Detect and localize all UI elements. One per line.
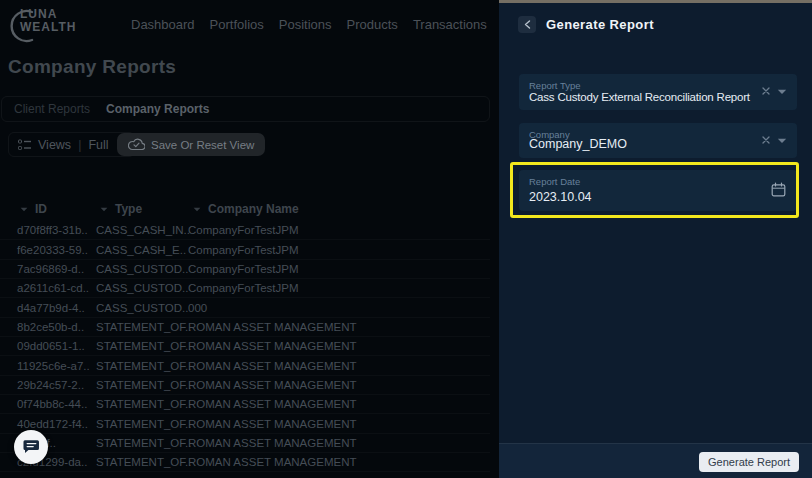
cell-id: 09dd0651-1.. [17, 340, 85, 352]
save-or-reset-view-button[interactable]: Save Or Reset View [117, 133, 265, 156]
sort-caret-down-icon [100, 207, 108, 212]
cell-id: 11925c6e-a7.. [17, 360, 90, 372]
cell-type: STATEMENT_OF.. [96, 456, 191, 468]
table-row[interactable]: d4a77b9d-4.. CASS_CUSTOD.. 000 [0, 298, 490, 317]
cell-company-name: CompanyForTestJPM [188, 263, 299, 275]
views-label: Views [38, 138, 71, 152]
cell-type: CASS_CUSTOD.. [96, 263, 188, 275]
column-header-label: Type [115, 202, 142, 216]
cell-type: STATEMENT_OF.. [96, 321, 191, 333]
cell-type: CASS_CUSTOD.. [96, 282, 188, 294]
cell-id: 7ac96869-d.. [17, 263, 84, 275]
chat-launcher-button[interactable] [14, 430, 48, 464]
cell-company-name: ROMAN ASSET MANAGEMENT [188, 437, 356, 449]
chat-bubble-icon [23, 439, 40, 455]
generate-report-button[interactable]: Generate Report [699, 452, 799, 472]
company-select[interactable]: Company Company_DEMO [519, 123, 797, 158]
clear-x-icon[interactable] [762, 136, 770, 144]
nav-link[interactable]: Products [347, 17, 398, 32]
page-title: Company Reports [8, 56, 176, 78]
reports-tabs: Client Reports Company Reports [1, 96, 490, 122]
nav-link[interactable]: Transactions [413, 17, 487, 32]
column-header[interactable]: Company Name [193, 202, 299, 216]
column-header[interactable]: ID [20, 202, 47, 216]
report-type-label: Report Type [529, 80, 581, 91]
column-header[interactable]: Type [100, 202, 142, 216]
nav-link[interactable]: Dashboard [131, 17, 195, 32]
table-row[interactable]: a2611c61-cd.. CASS_CUSTOD.. CompanyForTe… [0, 279, 490, 298]
table-header: ID Type Company Name [0, 200, 490, 220]
save-or-reset-view-label: Save Or Reset View [151, 139, 254, 151]
cell-type: CASS_CUSTOD.. [96, 302, 188, 314]
table-row[interactable]: d70f8ff3-31b.. CASS_CASH_IN.. CompanyFor… [0, 221, 490, 240]
drawer-top-accent [499, 0, 812, 3]
report-type-select[interactable]: Report Type Cass Custody External Reconc… [519, 74, 797, 110]
cell-company-name: CompanyForTestJPM [188, 282, 299, 294]
table-row[interactable]: c2fd1299-da.. STATEMENT_OF.. ROMAN ASSET… [0, 453, 490, 472]
table-row[interactable]: 29b24c57-2.. STATEMENT_OF.. ROMAN ASSET … [0, 376, 490, 395]
cell-id: 0f74bb8c-44.. [17, 398, 87, 410]
top-nav: Dashboard Portfolios Positions Products … [131, 17, 487, 32]
drawer-title: Generate Report [546, 17, 654, 32]
column-header-label: Company Name [208, 202, 299, 216]
cell-type: STATEMENT_OF.. [96, 340, 191, 352]
clear-x-icon[interactable] [762, 87, 770, 95]
back-button[interactable] [518, 16, 536, 33]
report-date-value: 2023.10.04 [529, 190, 592, 204]
report-type-value: Cass Custody External Reconciliation Rep… [529, 91, 750, 103]
nav-link[interactable]: Portfolios [210, 17, 264, 32]
cell-company-name: ROMAN ASSET MANAGEMENT [188, 321, 356, 333]
cell-company-name: ROMAN ASSET MANAGEMENT [188, 418, 356, 430]
table-row[interactable]: 0f74bb8c-44.. STATEMENT_OF.. ROMAN ASSET… [0, 395, 490, 414]
cell-company-name: ROMAN ASSET MANAGEMENT [188, 340, 356, 352]
cell-company-name: ROMAN ASSET MANAGEMENT [188, 398, 356, 410]
caret-down-icon[interactable] [777, 138, 787, 144]
views-divider: | [78, 138, 81, 152]
table-row[interactable]: f6e20333-59.. CASS_CASH_E.. CompanyForTe… [0, 240, 490, 259]
column-header-label: ID [35, 202, 47, 216]
cell-type: STATEMENT_OF.. [96, 418, 191, 430]
chevron-left-icon [524, 20, 531, 29]
drawer-header: Generate Report [518, 16, 654, 33]
cloud-check-icon [128, 138, 145, 151]
report-date-field[interactable]: Report Date 2023.10.04 [519, 170, 797, 211]
cell-id: a2611c61-cd.. [17, 282, 89, 294]
cell-type: CASS_CASH_IN.. [96, 224, 190, 236]
tab[interactable]: Company Reports [106, 102, 209, 116]
table-row[interactable]: 09dd0651-1.. STATEMENT_OF.. ROMAN ASSET … [0, 337, 490, 356]
cell-company-name: 000 [188, 302, 207, 314]
views-mode-value[interactable]: Full [88, 138, 108, 152]
cell-id: f6e20333-59.. [17, 244, 88, 256]
tab[interactable]: Client Reports [14, 102, 90, 116]
cell-id: d4a77b9d-4.. [17, 302, 85, 314]
cell-type: CASS_CASH_E.. [96, 244, 186, 256]
table-row[interactable]: 8b2ce50b-d.. STATEMENT_OF.. ROMAN ASSET … [0, 318, 490, 337]
sort-caret-down-icon [20, 207, 28, 212]
views-control[interactable]: Views | Full [8, 132, 135, 157]
table-row[interactable]: 7ac96869-d.. CASS_CUSTOD.. CompanyForTes… [0, 260, 490, 279]
cell-type: STATEMENT_OF.. [96, 398, 191, 410]
cell-type: STATEMENT_OF.. [96, 379, 191, 391]
cell-company-name: ROMAN ASSET MANAGEMENT [188, 456, 356, 468]
main-content: LUNA WEALTH Dashboard Portfolios Positio… [0, 0, 499, 478]
caret-down-icon[interactable] [777, 89, 787, 95]
reports-table-body: d70f8ff3-31b.. CASS_CASH_IN.. CompanyFor… [0, 221, 490, 472]
nav-link[interactable]: Positions [279, 17, 332, 32]
table-row[interactable]: 11925c6e-a7.. STATEMENT_OF.. ROMAN ASSET… [0, 356, 490, 375]
sort-caret-down-icon [193, 207, 201, 212]
table-row[interactable]: 40edd172-f4.. STATEMENT_OF.. ROMAN ASSET… [0, 414, 490, 433]
cell-type: STATEMENT_OF.. [96, 360, 191, 372]
table-row[interactable]: 155-df.. STATEMENT_OF.. ROMAN ASSET MANA… [0, 434, 490, 453]
generate-report-drawer: Generate Report Report Type Cass Custody… [499, 0, 812, 478]
cell-company-name: ROMAN ASSET MANAGEMENT [188, 360, 356, 372]
cell-id: 40edd172-f4.. [17, 418, 88, 430]
cell-company-name: CompanyForTestJPM [188, 244, 299, 256]
cell-company-name: CompanyForTestJPM [188, 224, 299, 236]
report-date-label: Report Date [529, 176, 580, 187]
cell-type: STATEMENT_OF.. [96, 437, 191, 449]
calendar-icon[interactable] [771, 182, 786, 197]
brand-logo[interactable]: LUNA WEALTH [8, 8, 76, 34]
crescent-moon-icon [8, 8, 40, 44]
cell-id: 29b24c57-2.. [17, 379, 84, 391]
company-value: Company_DEMO [529, 137, 627, 151]
